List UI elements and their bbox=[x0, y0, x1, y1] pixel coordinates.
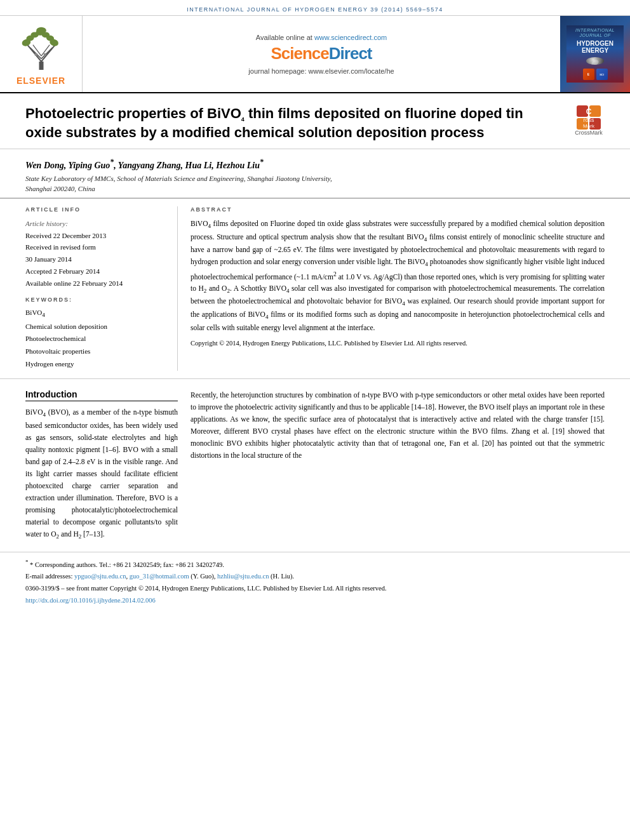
crossmark-logo: C ross Mark CrossMark bbox=[573, 105, 605, 137]
hj-title-italic: International Journal of bbox=[569, 28, 621, 39]
svg-text:ross: ross bbox=[583, 117, 594, 123]
corresponding-authors-note: * * Corresponding authors. Tel.: +86 21 … bbox=[25, 557, 605, 570]
journal-homepage: journal homepage: www.elsevier.com/locat… bbox=[248, 67, 394, 75]
keyword-2: Chemical solution deposition bbox=[25, 321, 167, 333]
elsevier-tree-icon: ■ ■ bbox=[19, 22, 64, 73]
article-body: Introduction BiVO4 (BVO), as a member of… bbox=[0, 379, 630, 552]
revised-date: 30 January 2014 bbox=[25, 253, 167, 265]
article-info-heading: ARTICLE INFO bbox=[25, 206, 167, 213]
body-right-col: Recently, the heterojunction structures … bbox=[191, 389, 605, 542]
abstract-col: ABSTRACT BiVO4 films deposited on Fluori… bbox=[191, 206, 605, 371]
email-link-3[interactable]: hzhliu@sjtu.edu.cn bbox=[217, 573, 269, 580]
hydrogen-journal-cover: International Journal of HYDROGENENERGY … bbox=[560, 16, 630, 92]
available-online-text: Available online at www.sciencedirect.co… bbox=[256, 34, 387, 41]
issn-footnote: 0360-3199/$ – see front matter Copyright… bbox=[25, 583, 605, 594]
journal-title-top: INTERNATIONAL JOURNAL OF HYDROGEN ENERGY… bbox=[187, 6, 443, 13]
authors-section: Wen Dong, Yiping Guo*, Yangyang Zhang, H… bbox=[0, 149, 630, 198]
crossmark-icon: C ross Mark bbox=[577, 105, 601, 130]
abstract-text: BiVO4 films deposited on Fluorine doped … bbox=[191, 218, 605, 333]
article-info-abstract-section: ARTICLE INFO Article history: Received 2… bbox=[0, 199, 630, 379]
keywords-heading: Keywords: bbox=[25, 297, 167, 303]
article-title: Photoelectric properties of BiVO4 thin f… bbox=[25, 105, 573, 142]
revised-label: Received in revised form bbox=[25, 241, 167, 253]
intro-right-text: Recently, the heterojunction structures … bbox=[191, 389, 605, 462]
copyright-line: Copyright © 2014, Hydrogen Energy Public… bbox=[191, 338, 605, 349]
article-info-col: ARTICLE INFO Article history: Received 2… bbox=[25, 206, 178, 371]
hj-main-title: HYDROGENENERGY bbox=[577, 40, 613, 54]
keyword-4: Photovoltaic properties bbox=[25, 345, 167, 358]
doi-footnote: http://dx.doi.org/10.1016/j.ijhydene.201… bbox=[25, 596, 605, 606]
doi-link[interactable]: http://dx.doi.org/10.1016/j.ijhydene.201… bbox=[25, 597, 156, 604]
affiliation-line1: State Key Laboratory of MMCs, School of … bbox=[25, 174, 605, 183]
elsevier-label: ELSEVIER bbox=[17, 76, 65, 86]
email-link-1[interactable]: ypguo@sjtu.edu.cn bbox=[74, 573, 126, 580]
history-label: Article history: bbox=[25, 218, 167, 230]
top-logos-area: ■ ■ ELSEVIER Available online at www.sci… bbox=[0, 16, 630, 93]
abstract-heading: ABSTRACT bbox=[191, 206, 605, 213]
body-left-col: Introduction BiVO4 (BVO), as a member of… bbox=[25, 389, 178, 542]
journal-header-bar: INTERNATIONAL JOURNAL OF HYDROGEN ENERGY… bbox=[0, 0, 630, 16]
keywords-section: Keywords: BiVO4 Chemical solution deposi… bbox=[25, 297, 167, 371]
keyword-3: Photoelectrochemical bbox=[25, 333, 167, 345]
keyword-5: Hydrogen energy bbox=[25, 358, 167, 371]
hj-cover-inner: International Journal of HYDROGENENERGY … bbox=[566, 25, 624, 83]
elsevier-logo-area: ■ ■ ELSEVIER bbox=[0, 16, 83, 92]
hj-sphere-graphic bbox=[586, 57, 604, 65]
available-online-date: Available online 22 February 2014 bbox=[25, 277, 167, 290]
svg-text:Mark: Mark bbox=[583, 123, 595, 129]
keyword-1: BiVO4 bbox=[25, 307, 167, 320]
footnote-section: * * Corresponding authors. Tel.: +86 21 … bbox=[0, 552, 630, 611]
intro-left-text: BiVO4 (BVO), as a member of the n-type b… bbox=[25, 406, 178, 542]
article-title-section: Photoelectric properties of BiVO4 thin f… bbox=[0, 93, 630, 149]
svg-text:■: ■ bbox=[43, 51, 46, 57]
crossmark-label: CrossMark bbox=[575, 130, 603, 136]
email-link-2[interactable]: guo_31@hotmail.com bbox=[130, 573, 189, 580]
article-history: Article history: Received 22 December 20… bbox=[25, 218, 167, 289]
sciencedirect-logo: ScienceDirect bbox=[271, 44, 372, 63]
svg-rect-0 bbox=[39, 62, 43, 70]
available-online-link[interactable]: www.sciencedirect.com bbox=[314, 34, 387, 41]
affiliation-line2: Shanghai 200240, China bbox=[25, 184, 605, 194]
science-direct-area: Available online at www.sciencedirect.co… bbox=[83, 16, 560, 92]
svg-point-14 bbox=[36, 27, 46, 34]
authors-line: Wen Dong, Yiping Guo*, Yangyang Zhang, H… bbox=[25, 158, 605, 171]
received-date: Received 22 December 2013 bbox=[25, 230, 167, 242]
email-footnote: E-mail addresses: ypguo@sjtu.edu.cn, guo… bbox=[25, 571, 605, 582]
svg-text:C: C bbox=[586, 107, 592, 116]
accepted-date: Accepted 2 February 2014 bbox=[25, 265, 167, 277]
introduction-heading: Introduction bbox=[25, 389, 178, 401]
svg-text:■: ■ bbox=[34, 51, 37, 57]
